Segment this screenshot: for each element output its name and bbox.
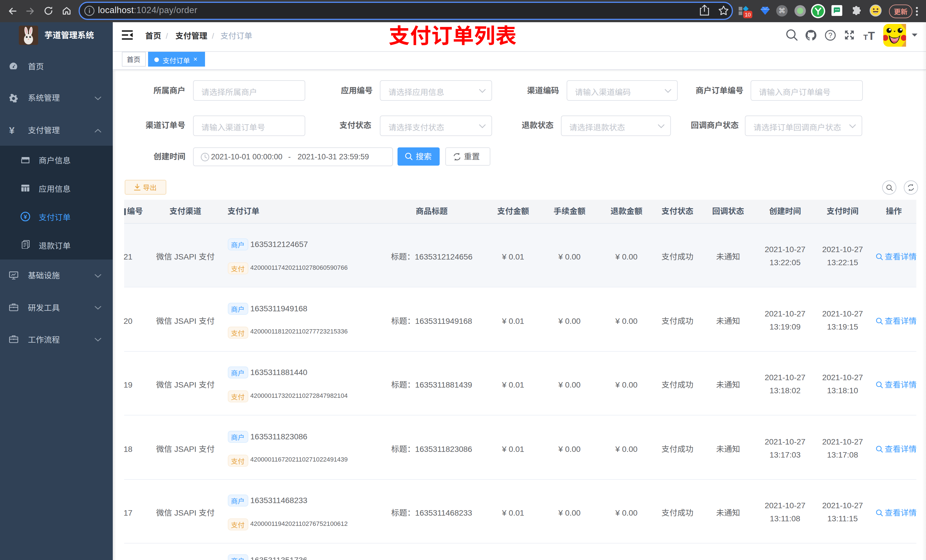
svg-text:?: ?	[828, 31, 832, 39]
svg-text:⌘: ⌘	[779, 7, 785, 15]
svg-text:¥: ¥	[24, 213, 27, 220]
